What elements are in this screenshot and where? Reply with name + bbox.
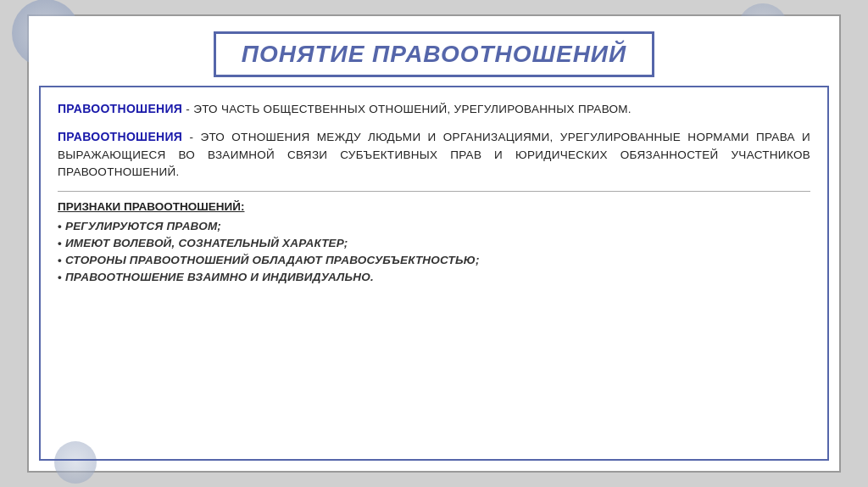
definition-2: ПРАВООТНОШЕНИЯ - ЭТО ОТНОШЕНИЯ МЕЖДУ ЛЮД…: [58, 128, 810, 181]
title-box: ПОНЯТИЕ ПРАВООТНОШЕНИЙ: [214, 31, 654, 77]
signs-title: ПРИЗНАКИ ПРАВООТНОШЕНИЙ:: [58, 200, 810, 213]
definition-1: ПРАВООТНОШЕНИЯ - ЭТО ЧАСТЬ ОБЩЕСТВЕННЫХ …: [58, 100, 810, 118]
dash-2: -: [182, 131, 193, 143]
bullet-3: •: [58, 254, 62, 266]
dash-1: -: [182, 103, 190, 115]
bullet-1: •: [58, 220, 62, 232]
header: ПОНЯТИЕ ПРАВООТНОШЕНИЙ: [29, 16, 839, 86]
sign-item-3: •СТОРОНЫ ПРАВООТНОШЕНИЙ ОБЛАДАЮТ ПРАВОСУ…: [58, 254, 810, 266]
divider: [58, 191, 810, 192]
sign-item-1: •РЕГУЛИРУЮТСЯ ПРАВОМ;: [58, 220, 810, 232]
slide-title: ПОНЯТИЕ ПРАВООТНОШЕНИЙ: [242, 41, 626, 67]
content-section: ПРАВООТНОШЕНИЯ - ЭТО ЧАСТЬ ОБЩЕСТВЕННЫХ …: [39, 86, 829, 461]
bullet-2: •: [58, 237, 62, 249]
sign-text-1: РЕГУЛИРУЮТСЯ ПРАВОМ;: [65, 220, 221, 232]
term-2: ПРАВООТНОШЕНИЯ: [58, 130, 182, 143]
sign-text-2: ИМЕЮТ ВОЛЕВОЙ, СОЗНАТЕЛЬНЫЙ ХАРАКТЕР;: [65, 237, 348, 249]
sign-item-4: •ПРАВООТНОШЕНИЕ ВЗАИМНО И ИНДИВИДУАЛЬНО.: [58, 271, 810, 283]
term-1: ПРАВООТНОШЕНИЯ: [58, 102, 182, 115]
signs-section: ПРИЗНАКИ ПРАВООТНОШЕНИЙ: •РЕГУЛИРУЮТСЯ П…: [58, 200, 810, 283]
slide: ПОНЯТИЕ ПРАВООТНОШЕНИЙ ПРАВООТНОШЕНИЯ - …: [27, 14, 841, 473]
definition-1-text: ЭТО ЧАСТЬ ОБЩЕСТВЕННЫХ ОТНОШЕНИЙ, УРЕГУЛ…: [190, 103, 632, 115]
sign-text-4: ПРАВООТНОШЕНИЕ ВЗАИМНО И ИНДИВИДУАЛЬНО.: [65, 271, 374, 283]
sign-text-3: СТОРОНЫ ПРАВООТНОШЕНИЙ ОБЛАДАЮТ ПРАВОСУБ…: [65, 254, 480, 266]
bullet-4: •: [58, 271, 62, 283]
sign-item-2: •ИМЕЮТ ВОЛЕВОЙ, СОЗНАТЕЛЬНЫЙ ХАРАКТЕР;: [58, 237, 810, 249]
